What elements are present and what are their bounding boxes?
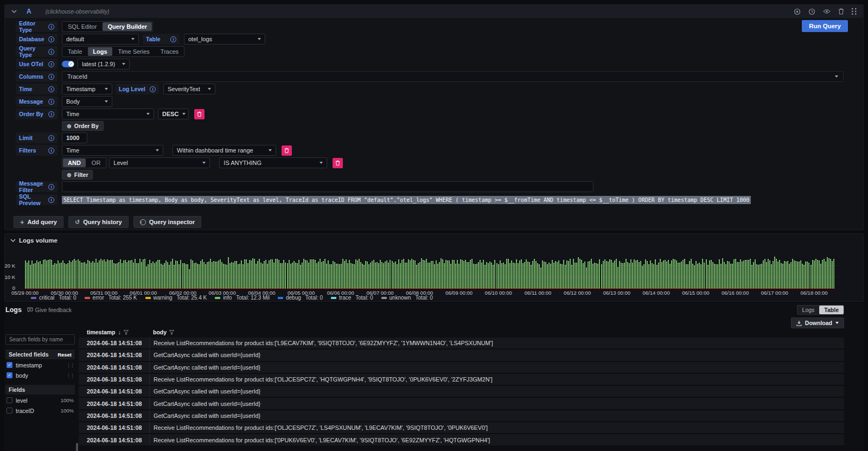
column-header-timestamp[interactable]: timestamp ↓ <box>79 329 149 335</box>
reset-fields-button[interactable]: Reset <box>58 352 72 358</box>
drag-handle-icon[interactable]: ⋮⋮ <box>66 363 74 368</box>
info-icon[interactable]: i <box>48 148 54 154</box>
query-type-option-traces[interactable]: Traces <box>155 47 184 56</box>
limit-input[interactable] <box>62 132 87 143</box>
info-icon[interactable]: i <box>48 197 54 203</box>
chevron-down-icon <box>105 100 108 103</box>
query-type-option-table[interactable]: Table <box>62 47 87 56</box>
info-icon[interactable]: i <box>48 99 54 105</box>
database-select[interactable]: default <box>62 34 139 45</box>
info-icon[interactable]: i <box>48 135 54 141</box>
add-order-by-button[interactable]: ⊕Order By <box>62 121 104 131</box>
filter-field-select[interactable]: Level <box>109 157 210 168</box>
selected-field-timestamp[interactable]: ✓timestamp⋮⋮ <box>5 360 75 370</box>
time-column-select[interactable]: Timestamp <box>62 84 112 94</box>
table-row[interactable]: 2024-06-18 14:51:08GetCartAsync called w… <box>79 398 844 410</box>
remove-order-by-button[interactable] <box>194 109 205 119</box>
query-history-button[interactable]: ↺Query history <box>68 216 129 228</box>
table-row[interactable]: 2024-06-18 14:51:08GetCartAsync called w… <box>79 386 844 398</box>
sql-preview-text[interactable]: SELECT Timestamp as timestamp, Body as b… <box>62 196 751 204</box>
legend-item-error[interactable]: errorTotal: 255 K <box>85 295 137 301</box>
volume-bar <box>552 260 553 289</box>
checkbox-checked-icon[interactable]: ✓ <box>7 372 12 378</box>
table-row[interactable]: 2024-06-18 14:51:08Receive ListRecommend… <box>79 374 844 386</box>
add-query-button[interactable]: +Add query <box>14 216 63 228</box>
checkbox-unchecked-icon[interactable] <box>7 408 12 414</box>
view-option-logs[interactable]: Logs <box>797 306 820 314</box>
info-icon[interactable]: i <box>48 24 54 30</box>
info-icon[interactable]: i <box>48 74 54 80</box>
remove-filter-button[interactable] <box>282 145 292 156</box>
columns-multiselect[interactable]: TraceId <box>62 71 844 82</box>
table-row[interactable]: 2024-06-18 14:51:08GetCartAsync called w… <box>79 410 844 422</box>
volume-bar <box>746 260 748 289</box>
volume-bar <box>457 260 458 289</box>
info-icon[interactable]: i <box>48 36 54 42</box>
collapse-chevron-icon[interactable] <box>11 10 17 13</box>
query-type-option-logs[interactable]: Logs <box>88 47 112 56</box>
filter-field-select[interactable]: Time <box>62 145 163 156</box>
checkbox-checked-icon[interactable]: ✓ <box>7 362 12 368</box>
filter-operator-select[interactable]: Within dashboard time range <box>173 145 276 156</box>
legend-item-debug[interactable]: debugTotal: 0 <box>278 295 323 301</box>
info-icon[interactable]: i <box>48 111 54 117</box>
checkbox-unchecked-icon[interactable] <box>7 397 12 403</box>
log-level-select[interactable]: SeverityText <box>163 84 215 94</box>
filter-operator-select[interactable]: IS ANYTHING <box>219 157 327 168</box>
table-select[interactable]: otel_logs <box>184 34 265 45</box>
give-feedback-link[interactable]: Give feedback <box>27 307 72 313</box>
order-by-field-select[interactable]: Time <box>62 109 154 119</box>
legend-swatch <box>145 297 151 299</box>
filter-bool-or[interactable]: OR <box>86 158 106 168</box>
sidebar-scrollbar[interactable] <box>76 443 78 451</box>
table-row[interactable]: 2024-06-18 14:51:08Receive ListRecommend… <box>79 338 844 350</box>
add-filter-button[interactable]: ⊕Filter <box>62 170 93 180</box>
message-filter-input[interactable] <box>62 181 593 192</box>
remove-filter-button[interactable] <box>333 158 343 168</box>
editor-type-option-builder[interactable]: Query Builder <box>103 22 152 31</box>
selected-field-body[interactable]: ✓body⋮⋮ <box>5 371 75 380</box>
duplicate-icon[interactable] <box>794 8 801 15</box>
query-type-option-timeseries[interactable]: Time Series <box>113 47 155 56</box>
info-icon[interactable]: i <box>170 36 176 42</box>
view-option-table[interactable]: Table <box>819 306 844 314</box>
filter-funnel-icon[interactable] <box>169 330 174 335</box>
info-icon[interactable]: i <box>150 86 156 92</box>
table-row[interactable]: 2024-06-18 14:51:08GetCartAsync called w… <box>79 362 844 374</box>
trash-icon[interactable] <box>838 8 844 15</box>
volume-bar <box>621 263 622 289</box>
table-row[interactable]: 2024-06-18 14:51:08Receive ListRecommend… <box>79 422 844 434</box>
legend-item-info[interactable]: infoTotal: 12.3 Mil <box>215 295 270 301</box>
table-row[interactable]: 2024-06-18 14:51:08GetCartAsync called w… <box>79 350 844 361</box>
order-by-direction-select[interactable]: DESC <box>158 109 189 119</box>
filter-bool-and[interactable]: AND <box>63 158 86 167</box>
editor-type-option-sql[interactable]: SQL Editor <box>62 22 102 31</box>
collapse-chevron-icon[interactable] <box>10 239 16 242</box>
query-ref-id[interactable]: A <box>27 8 31 15</box>
eye-icon[interactable] <box>823 9 831 14</box>
legend-item-critical[interactable]: criticalTotal: 0 <box>31 295 76 301</box>
use-otel-toggle[interactable]: ✓ <box>62 61 74 67</box>
drag-handle-icon[interactable] <box>852 8 857 15</box>
filter-funnel-icon[interactable] <box>124 330 129 335</box>
volume-bar <box>108 261 110 289</box>
available-field-level[interactable]: level100% <box>5 396 75 405</box>
table-row[interactable]: 2024-06-18 14:51:08Receive ListRecommend… <box>79 434 844 446</box>
history-icon[interactable] <box>808 8 815 15</box>
column-header-body[interactable]: body <box>149 329 174 335</box>
info-icon[interactable]: i <box>48 184 54 190</box>
info-icon[interactable]: i <box>48 49 54 55</box>
info-icon[interactable]: i <box>48 61 54 67</box>
message-column-select[interactable]: Body <box>62 96 112 107</box>
drag-handle-icon[interactable]: ⋮⋮ <box>66 373 74 378</box>
info-icon[interactable]: i <box>48 86 54 92</box>
available-field-traceID[interactable]: traceID100% <box>5 406 75 415</box>
run-query-button[interactable]: Run Query <box>802 20 848 32</box>
legend-item-warning[interactable]: warningTotal: 25.4 K <box>145 295 207 301</box>
sort-desc-icon[interactable]: ↓ <box>118 329 122 335</box>
otel-version-select[interactable]: latest (1.2.9) <box>78 59 130 69</box>
search-fields-input[interactable] <box>5 334 75 345</box>
query-inspector-button[interactable]: iQuery inspector <box>133 216 201 228</box>
legend-item-unknown[interactable]: unknownTotal: 0 <box>381 295 433 301</box>
legend-item-trace[interactable]: traceTotal: 0 <box>331 295 373 301</box>
